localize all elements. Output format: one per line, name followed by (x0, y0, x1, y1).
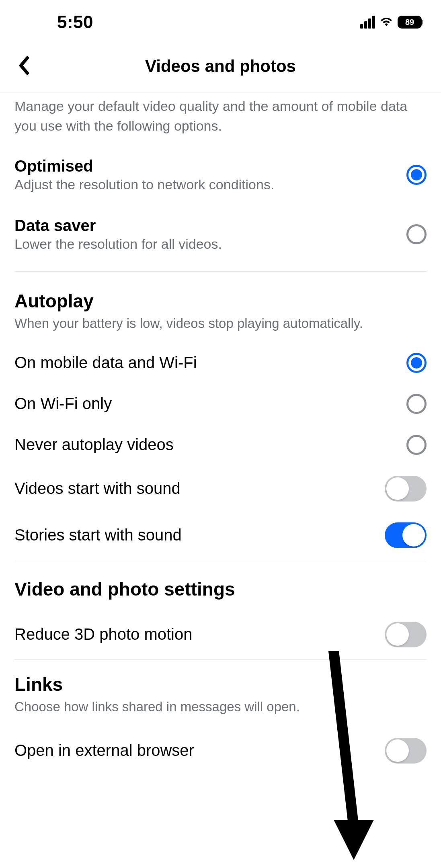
section-heading-links: Links (14, 674, 427, 695)
radio-datasaver[interactable] (406, 224, 427, 244)
status-time: 5:50 (57, 12, 93, 32)
label-stories-sound: Stories start with sound (14, 526, 182, 544)
status-indicators: 89 (360, 16, 422, 29)
radio-autoplay-mobile-wifi[interactable] (406, 353, 427, 373)
divider (14, 271, 427, 272)
option-datasaver-title: Data saver (14, 217, 395, 235)
option-optimised[interactable]: Optimised Adjust the resolution to netwo… (14, 145, 427, 205)
row-reduce-3d[interactable]: Reduce 3D photo motion (14, 611, 427, 658)
option-optimised-sub: Adjust the resolution to network conditi… (14, 177, 395, 192)
toggle-stories-sound[interactable] (385, 522, 427, 548)
page-title: Videos and photos (145, 57, 296, 76)
row-external-browser[interactable]: Open in external browser (14, 727, 427, 774)
battery-icon: 89 (398, 16, 422, 29)
option-autoplay-wifi-only[interactable]: On Wi-Fi only (14, 383, 427, 424)
radio-autoplay-wifi-only[interactable] (406, 394, 427, 414)
option-datasaver-text: Data saver Lower the resolution for all … (14, 217, 406, 252)
label-videos-sound: Videos start with sound (14, 479, 181, 497)
battery-percentage: 89 (405, 18, 414, 27)
option-datasaver[interactable]: Data saver Lower the resolution for all … (14, 205, 427, 264)
option-autoplay-mobile-wifi[interactable]: On mobile data and Wi-Fi (14, 342, 427, 383)
wifi-icon (379, 16, 394, 28)
section-sub-links: Choose how links shared in messages will… (14, 698, 427, 716)
row-stories-sound[interactable]: Stories start with sound (14, 512, 427, 559)
toggle-reduce-3d[interactable] (385, 622, 427, 647)
option-datasaver-sub: Lower the resolution for all videos. (14, 236, 395, 252)
row-videos-sound[interactable]: Videos start with sound (14, 465, 427, 512)
section-sub-autoplay: When your battery is low, videos stop pl… (14, 314, 427, 333)
chevron-left-icon (18, 56, 30, 75)
option-optimised-title: Optimised (14, 157, 395, 175)
nav-header: Videos and photos (0, 40, 441, 92)
divider (14, 562, 427, 562)
label-reduce-3d: Reduce 3D photo motion (14, 625, 193, 643)
status-bar: 5:50 89 (0, 0, 441, 40)
svg-marker-1 (334, 820, 374, 860)
quality-intro-text: Manage your default video quality and th… (14, 92, 427, 136)
radio-autoplay-never[interactable] (406, 435, 427, 455)
label-autoplay-never: Never autoplay videos (14, 436, 174, 454)
option-autoplay-never[interactable]: Never autoplay videos (14, 424, 427, 465)
cellular-signal-icon (360, 16, 375, 29)
option-optimised-text: Optimised Adjust the resolution to netwo… (14, 157, 406, 192)
divider (14, 659, 427, 660)
label-external-browser: Open in external browser (14, 741, 194, 760)
settings-content: Manage your default video quality and th… (0, 92, 441, 774)
label-autoplay-wifi-only: On Wi-Fi only (14, 395, 112, 413)
toggle-videos-sound[interactable] (385, 476, 427, 502)
section-heading-video-photo: Video and photo settings (14, 578, 427, 600)
back-button[interactable] (14, 52, 34, 80)
toggle-external-browser[interactable] (385, 738, 427, 764)
label-autoplay-mobile-wifi: On mobile data and Wi-Fi (14, 354, 197, 372)
section-heading-autoplay: Autoplay (14, 290, 427, 312)
radio-optimised[interactable] (406, 165, 427, 185)
